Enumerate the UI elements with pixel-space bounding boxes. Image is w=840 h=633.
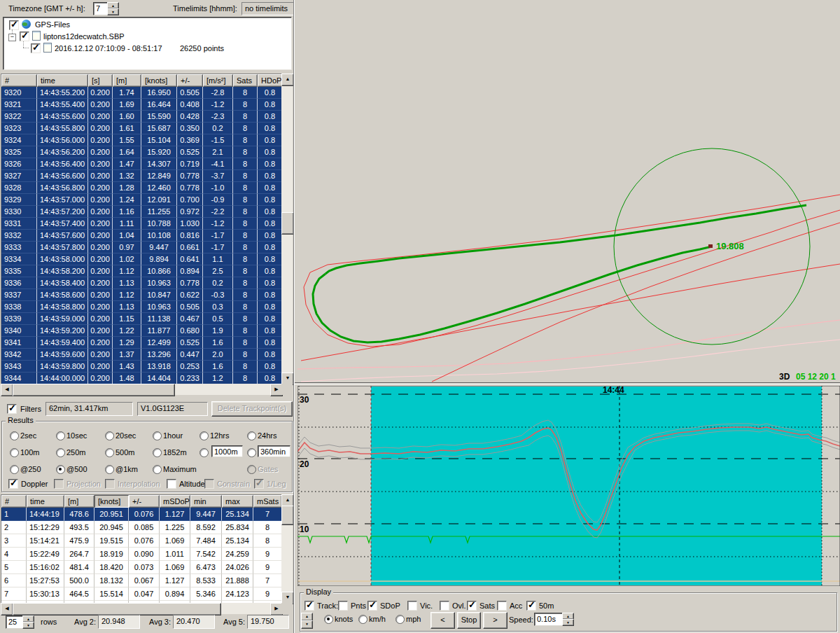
unit-km-h-radio[interactable]: [358, 615, 368, 624]
filters-checkbox[interactable]: [7, 404, 17, 414]
table-row[interactable]: 215:12:29493.520.9450.0851.2258.59225.83…: [1, 521, 282, 534]
results-table-hscrollbar[interactable]: ◀ ▶: [1, 603, 281, 614]
table-row[interactable]: 933814:43:58.8000.2001.1310.9630.5050.38…: [1, 301, 282, 313]
option-Projection-checkbox[interactable]: [54, 479, 64, 489]
stop-button[interactable]: Stop: [457, 612, 481, 629]
column-header[interactable]: +/-: [129, 495, 160, 508]
table-row[interactable]: 933514:43:58.2000.2001.1210.8660.8942.58…: [1, 265, 282, 277]
unit-mph-radio[interactable]: [396, 615, 405, 624]
vscroll-thumb[interactable]: [281, 212, 294, 235]
column-header[interactable]: Sats: [233, 74, 258, 87]
column-header[interactable]: [m]: [113, 74, 141, 87]
trackpoint-table[interactable]: #time[s][m][knots]+/-[m/s²]SatsHDoP93201…: [1, 74, 282, 384]
session-checkbox[interactable]: [31, 43, 41, 53]
table-row[interactable]: 933414:43:58.0000.2001.029.8940.6411.180…: [1, 253, 282, 265]
trackpoint-table-hscrollbar[interactable]: ◀ ▶: [1, 384, 281, 395]
custom-distance-input[interactable]: 1000m: [211, 445, 243, 457]
trackpoint-table-vscrollbar[interactable]: ▲ ▼: [281, 74, 293, 384]
column-header[interactable]: [m]: [64, 495, 94, 508]
option-Altitude-checkbox[interactable]: [167, 479, 176, 489]
period-12hrs-radio[interactable]: [200, 431, 209, 440]
column-header[interactable]: mSDoP: [160, 495, 190, 508]
results-table-vscrollbar[interactable]: ▲ ▼: [281, 494, 293, 603]
prev-button[interactable]: <: [430, 612, 455, 629]
results-table[interactable]: #time[m][knots]+/-mSDoPminmaxmSats114:44…: [1, 494, 282, 604]
column-header[interactable]: [knots]: [141, 74, 177, 87]
column-header[interactable]: time: [37, 74, 88, 87]
table-row[interactable]: 932814:43:56.8000.2001.2812.4600.778-1.0…: [1, 182, 282, 194]
table-row[interactable]: 615:27:53500.018.1320.0671.1278.53321.88…: [1, 574, 282, 587]
table-row[interactable]: 932914:43:57.0000.2001.2412.0910.700-0.9…: [1, 194, 282, 206]
period-1hour-radio[interactable]: [153, 431, 162, 440]
display-track-checkbox[interactable]: [304, 601, 314, 611]
custom-time-input[interactable]: 360min: [258, 445, 290, 457]
table-row[interactable]: 932514:43:56.2000.2001.6415.9200.5252.18…: [1, 146, 282, 158]
vscroll-thumb[interactable]: [281, 506, 294, 525]
distance-500m-radio[interactable]: [105, 448, 114, 457]
column-header[interactable]: min: [190, 495, 222, 508]
hscroll-thumb[interactable]: [13, 384, 175, 396]
alpha-Gates-radio[interactable]: [247, 465, 256, 474]
replay-speed-input[interactable]: 0.10s: [534, 613, 564, 626]
table-row[interactable]: 515:16:02481.418.4200.0731.0696.47324.02…: [1, 561, 282, 574]
track-map[interactable]: [298, 0, 840, 382]
distance-250m-radio[interactable]: [56, 448, 65, 457]
speed-graph[interactable]: [298, 386, 840, 586]
table-row[interactable]: 932114:43:55.4000.2001.6916.4640.408-1.2…: [1, 99, 282, 111]
display-sats-checkbox[interactable]: [467, 601, 477, 611]
column-header[interactable]: +/-: [177, 74, 203, 87]
column-header[interactable]: time: [27, 495, 64, 508]
gps-files-checkbox[interactable]: [9, 20, 19, 30]
replay-speed-down-button[interactable]: ▼: [562, 619, 574, 626]
collapse-icon[interactable]: −: [8, 34, 16, 41]
table-row[interactable]: 934414:44:00.0000.2001.4814.4040.2331.28…: [1, 373, 282, 384]
column-header[interactable]: [m/s²]: [203, 74, 233, 87]
distance-custom-radio[interactable]: [200, 448, 209, 457]
display-vic-checkbox[interactable]: [407, 601, 417, 611]
graph-scale-down-button[interactable]: ▼: [301, 620, 313, 629]
table-row[interactable]: 934114:43:59.4000.2001.2912.4990.5251.68…: [1, 337, 282, 349]
tree-session-label[interactable]: 2016.12.12 07:10:09 - 08:51:17: [55, 44, 162, 53]
column-header[interactable]: max: [222, 495, 253, 508]
table-row[interactable]: 934014:43:59.2000.2001.2211.8770.6801.98…: [1, 325, 282, 337]
period-10sec-radio[interactable]: [56, 431, 65, 440]
alpha-at1km-radio[interactable]: [105, 465, 114, 474]
column-header[interactable]: [s]: [88, 74, 113, 87]
distance-100m-radio[interactable]: [10, 448, 19, 457]
display-ovl-checkbox[interactable]: [440, 601, 449, 611]
option-1-Leg-checkbox[interactable]: [254, 479, 264, 489]
file-checkbox[interactable]: [20, 32, 29, 41]
column-header[interactable]: [knots]: [94, 495, 129, 508]
table-row[interactable]: 933914:43:59.0000.2001.1511.1380.4670.58…: [1, 313, 282, 325]
gps-file-tree[interactable]: GPS-Files − liptons12decwatch.SBP 2016.1…: [3, 17, 292, 70]
column-header[interactable]: #: [1, 495, 27, 508]
table-row[interactable]: 415:22:49264.718.9190.0901.0117.54224.25…: [1, 548, 282, 561]
next-button[interactable]: >: [483, 612, 507, 629]
period-20sec-radio[interactable]: [105, 431, 114, 440]
alpha-at250-radio[interactable]: [10, 465, 19, 474]
table-row[interactable]: 933014:43:57.2000.2001.1611.2550.972-2.2…: [1, 206, 282, 218]
table-row[interactable]: 315:14:21475.919.5150.0761.0697.48425.13…: [1, 534, 282, 548]
table-row[interactable]: 932614:43:56.4000.2001.4714.3070.719-4.1…: [1, 158, 282, 170]
option-Constrain-checkbox[interactable]: [204, 479, 214, 489]
table-row[interactable]: 932214:43:55.6000.2001.6015.5900.428-2.3…: [1, 111, 282, 123]
table-row[interactable]: 933314:43:57.8000.2000.979.4470.661-1.78…: [1, 242, 282, 253]
timelimits-field[interactable]: no timelimits: [241, 2, 295, 15]
delete-trackpoints-button[interactable]: Delete Trackpoint(s): [211, 401, 293, 417]
table-row[interactable]: 933614:43:58.4000.2001.1310.9630.7780.28…: [1, 277, 282, 289]
column-header[interactable]: mSats: [253, 495, 282, 508]
table-row[interactable]: 934214:43:59.6000.2001.3713.2960.4472.08…: [1, 349, 282, 361]
period-2sec-radio[interactable]: [10, 431, 19, 440]
alpha-at500-radio[interactable]: [56, 465, 65, 474]
unit-knots-radio[interactable]: [324, 615, 333, 624]
rows-count-input[interactable]: 25: [6, 615, 24, 629]
period-24hrs-radio[interactable]: [247, 431, 256, 440]
table-row[interactable]: 932414:43:56.0000.2001.5515.1040.369-1.5…: [1, 134, 282, 146]
time-custom-radio[interactable]: [247, 448, 256, 457]
table-row[interactable]: 932014:43:55.2000.2001.7416.9500.505-2.8…: [1, 87, 282, 99]
table-row[interactable]: 114:44:19478.620.9510.0761.1279.44725.13…: [1, 508, 282, 521]
alpha-Maximum-radio[interactable]: [153, 465, 162, 474]
option-Doppler-checkbox[interactable]: [8, 479, 18, 489]
display-50m-checkbox[interactable]: [526, 601, 536, 611]
display-sdop-checkbox[interactable]: [368, 601, 377, 611]
